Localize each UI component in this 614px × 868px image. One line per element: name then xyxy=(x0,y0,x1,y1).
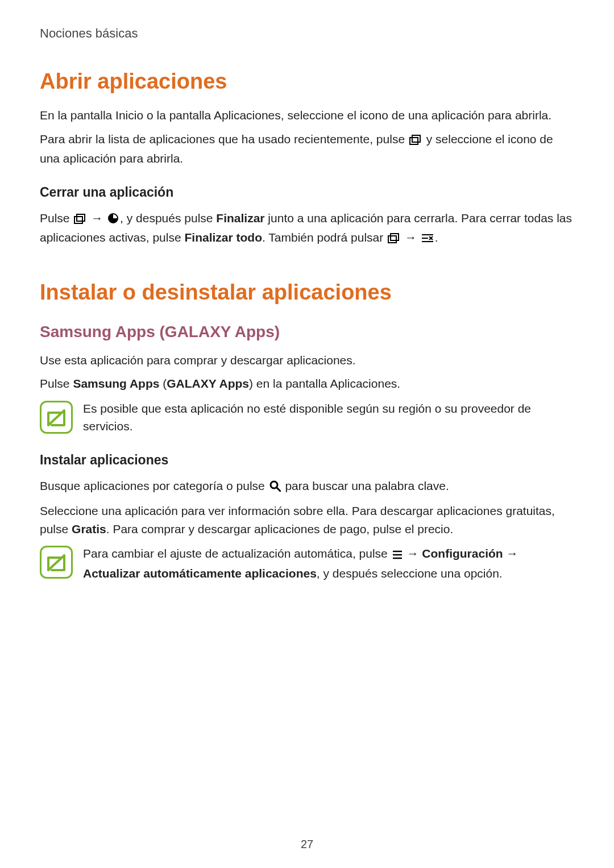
svg-rect-3 xyxy=(77,214,85,221)
page-number: 27 xyxy=(0,838,614,851)
note-block: Para cambiar el ajuste de actualización … xyxy=(40,545,574,582)
paragraph: En la pantalla Inicio o la pantalla Apli… xyxy=(40,106,574,124)
text: → xyxy=(88,211,106,225)
note-block: Es posible que esta aplicación no esté d… xyxy=(40,400,574,435)
breadcrumb: Nociones básicas xyxy=(40,26,574,41)
svg-rect-0 xyxy=(410,138,418,144)
text: , y después seleccione una opción. xyxy=(317,567,503,580)
task-manager-icon xyxy=(107,211,119,229)
text: → xyxy=(503,547,518,560)
svg-rect-2 xyxy=(74,217,82,223)
text: Para abrir la lista de aplicaciones que … xyxy=(40,132,408,146)
paragraph: Seleccione una aplicación para ver infor… xyxy=(40,502,574,538)
svg-rect-1 xyxy=(412,135,420,142)
text: , y después pulse xyxy=(120,211,216,225)
text: Para cambiar el ajuste de actualización … xyxy=(83,547,391,560)
note-icon xyxy=(40,401,73,434)
close-all-icon xyxy=(421,230,434,248)
label-gratis: Gratis xyxy=(72,522,106,535)
svg-rect-6 xyxy=(391,234,399,240)
paragraph: Pulse Samsung Apps (GALAXY Apps) en la p… xyxy=(40,375,574,393)
paragraph: Busque aplicaciones por categoría o puls… xyxy=(40,477,574,497)
label-galaxy-apps: GALAXY Apps xyxy=(167,377,249,390)
text: . xyxy=(435,231,438,244)
label-configuracion: Configuración xyxy=(422,547,503,560)
text: Busque aplicaciones por categoría o puls… xyxy=(40,479,268,492)
label-samsung-apps: Samsung Apps xyxy=(73,377,159,390)
paragraph: Use esta aplicación para comprar y desca… xyxy=(40,351,574,369)
text: . También podrá pulsar xyxy=(262,231,387,244)
page: Nociones básicas Abrir aplicaciones En l… xyxy=(0,0,614,868)
heading-instalar-desinstalar: Instalar o desinstalar aplicaciones xyxy=(40,280,574,305)
note-text: Para cambiar el ajuste de actualización … xyxy=(83,545,574,582)
recent-apps-icon xyxy=(74,211,86,229)
paragraph: Pulse → , y después pulse Finalizar junt… xyxy=(40,209,574,248)
svg-rect-5 xyxy=(388,236,396,243)
paragraph: Para abrir la lista de aplicaciones que … xyxy=(40,130,574,168)
recent-apps-icon xyxy=(409,132,422,150)
note-text: Es posible que esta aplicación no esté d… xyxy=(83,400,574,435)
text: ( xyxy=(159,377,167,390)
search-icon xyxy=(269,479,281,497)
text: → xyxy=(404,547,422,560)
label-actualizar-auto: Actualizar automáticamente aplicaciones xyxy=(83,567,317,580)
text: Pulse xyxy=(40,211,73,225)
recent-apps-icon xyxy=(388,230,400,248)
text: para buscar una palabra clave. xyxy=(282,479,449,492)
heading-abrir-aplicaciones: Abrir aplicaciones xyxy=(40,69,574,94)
text: ) en la pantalla Aplicaciones. xyxy=(249,377,400,390)
text: → xyxy=(401,231,420,244)
text: Pulse xyxy=(40,377,73,390)
svg-line-13 xyxy=(277,488,280,491)
menu-icon xyxy=(392,546,403,564)
heading-samsung-apps: Samsung Apps (GALAXY Apps) xyxy=(40,323,574,341)
heading-instalar-aplicaciones: Instalar aplicaciones xyxy=(40,452,574,468)
label-finalizar: Finalizar xyxy=(216,211,264,225)
note-icon xyxy=(40,546,73,579)
text: . Para comprar y descargar aplicaciones … xyxy=(106,522,454,535)
label-finalizar-todo: Finalizar todo xyxy=(184,231,262,244)
heading-cerrar-una-aplicacion: Cerrar una aplicación xyxy=(40,185,574,200)
